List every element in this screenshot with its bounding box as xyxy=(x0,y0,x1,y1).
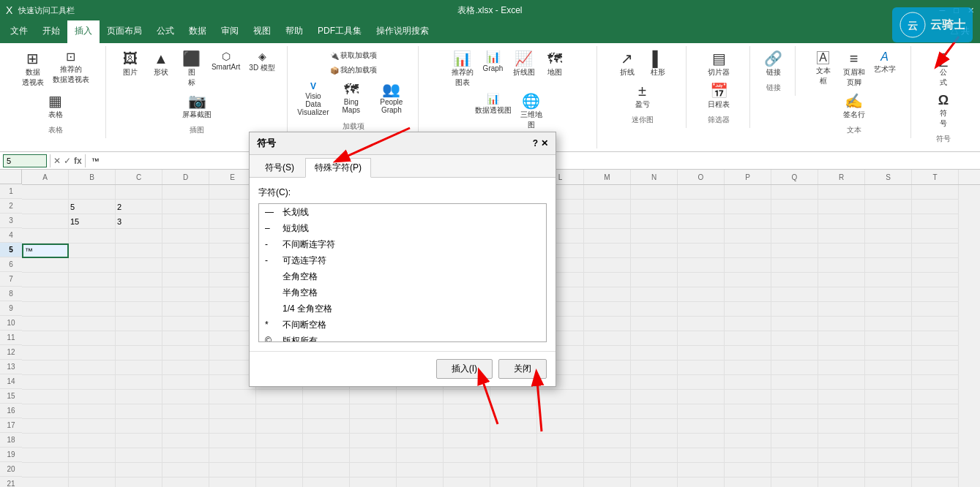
cell-r17c9[interactable] xyxy=(444,419,490,434)
cell-r18c13[interactable] xyxy=(631,434,678,448)
cell-r9c3[interactable] xyxy=(162,302,209,317)
cell-r20c11[interactable] xyxy=(537,463,584,477)
dialog-tab-symbols[interactable]: 符号(S) xyxy=(255,158,304,177)
cell-r11c16[interactable] xyxy=(771,331,818,346)
cell-r19c13[interactable] xyxy=(631,448,678,463)
cell-r8c0[interactable] xyxy=(22,287,69,302)
cell-r16c3[interactable] xyxy=(162,404,209,419)
cell-r12c1[interactable] xyxy=(69,346,116,360)
cell-r11c3[interactable] xyxy=(162,331,209,346)
cell-r14c1[interactable] xyxy=(69,375,116,390)
cell-r15c5[interactable] xyxy=(256,390,303,404)
cell-r10c17[interactable] xyxy=(818,317,865,331)
cell-r8c1[interactable] xyxy=(69,287,116,302)
cell-r13c1[interactable] xyxy=(69,360,116,375)
tab-search[interactable]: 操作说明搜索 xyxy=(369,20,436,43)
cell-r13c13[interactable] xyxy=(631,360,678,375)
cell-r21c14[interactable] xyxy=(678,477,725,487)
cell-r15c18[interactable] xyxy=(865,390,912,404)
cell-r11c17[interactable] xyxy=(818,331,865,346)
cell-reference-box[interactable]: 5 xyxy=(3,154,47,167)
cell-r21c13[interactable] xyxy=(631,477,678,487)
column-sparkline-btn[interactable]: ▌ 柱形 xyxy=(643,49,673,80)
cell-r19c0[interactable] xyxy=(22,448,69,463)
cell-r6c19[interactable] xyxy=(912,258,959,273)
cell-r15c11[interactable] xyxy=(537,390,584,404)
tab-pdf[interactable]: PDF工具集 xyxy=(310,20,369,43)
cell-r15c13[interactable] xyxy=(631,390,678,404)
cell-n1[interactable] xyxy=(631,185,678,200)
cell-r12c12[interactable] xyxy=(584,346,631,360)
cell-r19c17[interactable] xyxy=(818,448,865,463)
cell-r4[interactable] xyxy=(818,229,865,244)
cell-o4[interactable] xyxy=(678,229,725,244)
wordart-btn[interactable]: A 艺术字 xyxy=(870,49,899,90)
cell-r8c12[interactable] xyxy=(584,287,631,302)
cell-r21c16[interactable] xyxy=(771,477,818,487)
cell-c4[interactable] xyxy=(116,229,162,244)
bing-maps-btn[interactable]: 🗺 Bing Maps xyxy=(334,80,368,118)
cell-p3[interactable] xyxy=(725,214,771,229)
cell-r15c8[interactable] xyxy=(397,390,444,404)
smartart-btn[interactable]: ⬡ SmartArt xyxy=(208,49,244,90)
cell-r21c7[interactable] xyxy=(350,477,397,487)
char-row-emdash[interactable]: — 长划线 xyxy=(259,204,546,220)
cell-r19c4[interactable] xyxy=(209,448,256,463)
cell-r18c9[interactable] xyxy=(444,434,490,448)
cell-q4[interactable] xyxy=(771,229,818,244)
cell-r9c16[interactable] xyxy=(771,302,818,317)
row-5[interactable]: 5 xyxy=(0,243,22,257)
cell-o1[interactable] xyxy=(678,185,725,200)
cell-c5[interactable] xyxy=(116,244,162,258)
cell-r13c12[interactable] xyxy=(584,360,631,375)
cell-n4[interactable] xyxy=(631,229,678,244)
cell-r8c3[interactable] xyxy=(162,287,209,302)
cell-b3[interactable]: 15 xyxy=(69,214,116,229)
tab-help[interactable]: 帮助 xyxy=(278,20,310,43)
dialog-help-btn[interactable]: ? xyxy=(533,138,538,148)
cell-d2[interactable] xyxy=(162,200,209,214)
cell-r15c12[interactable] xyxy=(584,390,631,404)
insert-button[interactable]: 插入(I) xyxy=(436,359,493,379)
cell-r14c13[interactable] xyxy=(631,375,678,390)
cell-r17c13[interactable] xyxy=(631,419,678,434)
cell-r18c3[interactable] xyxy=(162,434,209,448)
winloss-sparkline-btn[interactable]: ± 盈亏 xyxy=(628,81,657,112)
cell-r16c2[interactable] xyxy=(116,404,162,419)
cell-r14c14[interactable] xyxy=(678,375,725,390)
cell-r2[interactable] xyxy=(818,200,865,214)
recommended-charts-btn[interactable]: 📊 推荐的图表 xyxy=(448,49,477,90)
visio-btn[interactable]: V Visio DataVisualizer xyxy=(295,80,332,118)
3dmap-btn[interactable]: 🌐 三维地图 xyxy=(517,91,546,132)
tab-view[interactable]: 视图 xyxy=(246,20,278,43)
cell-r7c16[interactable] xyxy=(771,273,818,287)
tab-data[interactable]: 数据 xyxy=(182,20,214,43)
cell-r11c14[interactable] xyxy=(678,331,725,346)
cell-r16c8[interactable] xyxy=(397,404,444,419)
cell-r6c18[interactable] xyxy=(865,258,912,273)
cell-r19c7[interactable] xyxy=(350,448,397,463)
cell-s2[interactable] xyxy=(865,200,912,214)
cell-r15c6[interactable] xyxy=(303,390,350,404)
cell-r16c14[interactable] xyxy=(678,404,725,419)
link-btn[interactable]: 🔗 链接 xyxy=(759,49,788,80)
cell-o2[interactable] xyxy=(678,200,725,214)
cell-r13c17[interactable] xyxy=(818,360,865,375)
cell-r7c12[interactable] xyxy=(584,273,631,287)
cell-r21c9[interactable] xyxy=(444,477,490,487)
signature-btn[interactable]: ✍ 签名行 xyxy=(839,91,869,122)
cell-r18c19[interactable] xyxy=(912,434,959,448)
cell-r11c18[interactable] xyxy=(865,331,912,346)
cell-r11c19[interactable] xyxy=(912,331,959,346)
cell-r17c0[interactable] xyxy=(22,419,69,434)
cell-d5[interactable] xyxy=(162,244,209,258)
cell-p1[interactable] xyxy=(725,185,771,200)
cell-r21c2[interactable] xyxy=(116,477,162,487)
cell-s3[interactable] xyxy=(865,214,912,229)
cell-r15c1[interactable] xyxy=(69,390,116,404)
cell-r13c15[interactable] xyxy=(725,360,771,375)
pivot-chart-btn[interactable]: 📊 数据透视图 xyxy=(471,91,515,132)
cell-r20c19[interactable] xyxy=(912,463,959,477)
cell-r15c16[interactable] xyxy=(771,390,818,404)
cell-s4[interactable] xyxy=(865,229,912,244)
